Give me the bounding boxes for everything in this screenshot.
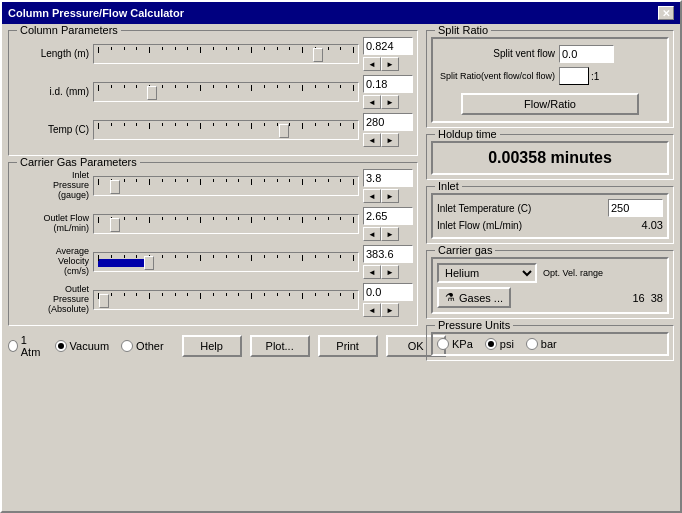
avg-velocity-slider-thumb[interactable]	[144, 256, 154, 270]
help-button[interactable]: Help	[182, 335, 242, 357]
main-window: Column Pressure/Flow Calculator ✕ Column…	[0, 0, 682, 513]
outlet-pressure-increment[interactable]: ►	[381, 303, 399, 317]
inlet-pressure-row: InletPressure(gauge)	[13, 169, 413, 203]
outlet-pressure-slider-thumb[interactable]	[99, 294, 109, 308]
radio-1atm[interactable]: 1 Atm	[8, 334, 43, 358]
id-increment[interactable]: ►	[381, 95, 399, 109]
inlet-pressure-slider-track[interactable]	[93, 176, 359, 196]
avg-velocity-increment[interactable]: ►	[381, 265, 399, 279]
hash	[213, 217, 214, 220]
length-slider-wrapper	[93, 44, 359, 64]
temp-slider-thumb[interactable]	[279, 124, 289, 138]
outlet-pressure-slider-track[interactable]	[93, 290, 359, 310]
hash	[328, 255, 329, 258]
print-button[interactable]: Print	[318, 335, 378, 357]
gases-controls-row: ⚗ Gases ... 16 38	[437, 287, 663, 308]
hash	[149, 47, 150, 53]
outlet-flow-slider-track[interactable]	[93, 214, 359, 234]
outlet-flow-decrement[interactable]: ◄	[363, 227, 381, 241]
hash	[162, 293, 163, 296]
carrier-gas-select[interactable]: Helium Hydrogen Nitrogen Argon/Methane	[437, 263, 537, 283]
outlet-flow-stepper: ◄ ►	[363, 227, 413, 241]
length-increment[interactable]: ►	[381, 57, 399, 71]
id-slider-wrapper	[93, 82, 359, 102]
hash	[213, 255, 214, 258]
id-slider-track[interactable]	[93, 82, 359, 102]
avg-velocity-slider-track[interactable]	[93, 252, 359, 272]
inlet-flow-value: 4.03	[642, 219, 663, 231]
hash	[302, 123, 303, 129]
temp-decrement[interactable]: ◄	[363, 133, 381, 147]
hash	[302, 217, 303, 223]
hash	[353, 217, 354, 223]
hash	[111, 123, 112, 126]
hash	[124, 179, 125, 182]
radio-bar[interactable]: bar	[526, 338, 557, 350]
hash	[238, 179, 239, 182]
hash	[277, 217, 278, 220]
hash	[136, 255, 137, 258]
split-vent-flow-input[interactable]	[559, 45, 614, 63]
length-decrement[interactable]: ◄	[363, 57, 381, 71]
radio-circle-bar[interactable]	[526, 338, 538, 350]
hash	[162, 179, 163, 182]
hash	[328, 85, 329, 88]
hash	[289, 123, 290, 126]
radio-circle-psi[interactable]	[485, 338, 497, 350]
inlet-pressure-decrement[interactable]: ◄	[363, 189, 381, 203]
id-input[interactable]	[363, 75, 413, 93]
outlet-flow-slider-thumb[interactable]	[110, 218, 120, 232]
radio-circle-other[interactable]	[121, 340, 133, 352]
hash	[187, 293, 188, 296]
gases-button-label: Gases ...	[459, 292, 503, 304]
avg-velocity-value-container: ◄ ►	[363, 245, 413, 279]
radio-kpa[interactable]: KPa	[437, 338, 473, 350]
carrier-gas-section: Carrier gas Helium Hydrogen Nitrogen Arg…	[426, 250, 674, 319]
hash	[200, 293, 201, 299]
hash	[238, 293, 239, 296]
avg-velocity-input[interactable]	[363, 245, 413, 263]
hash	[149, 179, 150, 185]
outlet-flow-increment[interactable]: ►	[381, 227, 399, 241]
temp-input[interactable]	[363, 113, 413, 131]
outlet-pressure-input[interactable]	[363, 283, 413, 301]
id-slider-thumb[interactable]	[147, 86, 157, 100]
length-slider-track[interactable]	[93, 44, 359, 64]
avg-velocity-decrement[interactable]: ◄	[363, 265, 381, 279]
hash	[226, 47, 227, 50]
temp-increment[interactable]: ►	[381, 133, 399, 147]
close-button[interactable]: ✕	[658, 6, 674, 20]
id-decrement[interactable]: ◄	[363, 95, 381, 109]
radio-circle-vacuum[interactable]	[55, 340, 67, 352]
hash	[264, 85, 265, 88]
hash	[340, 123, 341, 126]
hash	[226, 85, 227, 88]
hash	[98, 47, 99, 53]
carrier-gas-params-section: Carrier Gas Parameters InletPressure(gau…	[8, 162, 418, 326]
hash	[289, 179, 290, 182]
inlet-temp-input[interactable]	[608, 199, 663, 217]
radio-other[interactable]: Other	[121, 340, 164, 352]
radio-circle-kpa[interactable]	[437, 338, 449, 350]
outlet-flow-input[interactable]	[363, 207, 413, 225]
hash	[213, 85, 214, 88]
outlet-pressure-decrement[interactable]: ◄	[363, 303, 381, 317]
length-slider-thumb[interactable]	[313, 48, 323, 62]
radio-circle-1atm[interactable]	[8, 340, 18, 352]
flow-ratio-button[interactable]: Flow/Ratio	[461, 93, 639, 115]
plot-button[interactable]: Plot...	[250, 335, 310, 357]
inlet-pressure-increment[interactable]: ►	[381, 189, 399, 203]
length-input[interactable]	[363, 37, 413, 55]
radio-vacuum[interactable]: Vacuum	[55, 340, 110, 352]
hash	[98, 179, 99, 185]
gases-button[interactable]: ⚗ Gases ...	[437, 287, 511, 308]
column-params-title: Column Parameters	[17, 24, 121, 36]
inlet-pressure-input[interactable]	[363, 169, 413, 187]
inlet-pressure-slider-thumb[interactable]	[110, 180, 120, 194]
hash	[264, 179, 265, 182]
temp-slider-track[interactable]	[93, 120, 359, 140]
avg-velocity-stepper: ◄ ►	[363, 265, 413, 279]
radio-psi[interactable]: psi	[485, 338, 514, 350]
hash	[200, 217, 201, 223]
hash	[340, 217, 341, 220]
